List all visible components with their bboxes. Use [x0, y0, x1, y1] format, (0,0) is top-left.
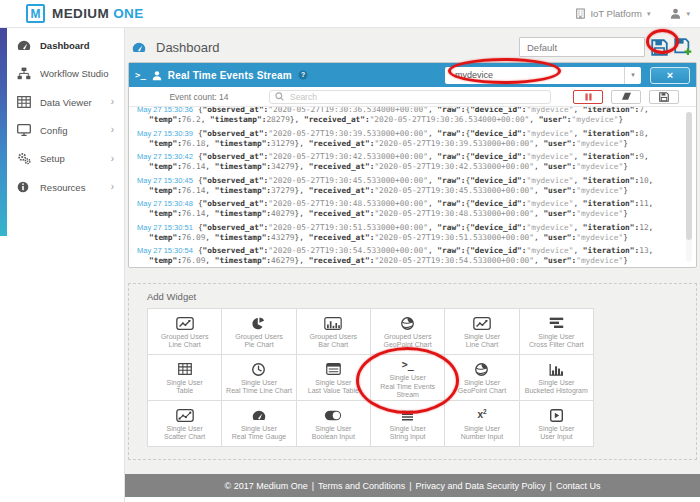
widget-option-group: Single User [538, 425, 574, 434]
sidebar-item-dashboard[interactable]: Dashboard [0, 32, 124, 59]
page-title: Dashboard [132, 40, 220, 55]
event-log-entry: May 27 15:30:42{"observed_at":"2020-05-2… [137, 152, 680, 172]
search-input[interactable] [288, 91, 545, 103]
widget-option-bucketed-histogram[interactable]: Single UserBucketed Histogram [520, 355, 594, 401]
widget-option-group: Grouped Users [235, 333, 282, 342]
widget-option-type: Number Input [461, 433, 503, 442]
device-select[interactable]: mydevice ▾ [445, 67, 641, 84]
event-timestamp: May 27 15:30:45 [137, 176, 193, 185]
sidebar-item-resources[interactable]: Resources› [0, 173, 124, 201]
widget-option-type: User Input [540, 433, 572, 442]
search-icon [275, 92, 284, 101]
search-box [269, 90, 551, 104]
platform-label: IoT Platform [590, 8, 642, 19]
widget-option-type: Line Chart [466, 341, 498, 350]
widget-option-table[interactable]: Single UserTable [148, 355, 222, 401]
user-icon [152, 70, 162, 81]
widget-option-pie-chart[interactable]: Grouped UsersPie Chart [222, 309, 296, 355]
add-dashboard-button[interactable] [674, 38, 692, 56]
widget-option-line-chart[interactable]: Grouped UsersLine Chart [148, 309, 222, 355]
chevron-down-icon: ▾ [686, 10, 690, 18]
widget-option-bar-chart[interactable]: Grouped UsersBar Chart [297, 309, 371, 355]
scrollbar-thumb[interactable] [686, 112, 692, 240]
number-input-icon: x2 [477, 408, 486, 423]
sidebar-item-setup[interactable]: Setup› [0, 144, 124, 173]
real-time-events-stream-widget: >_ Real Time Events Stream ? mydevice ▾ … [128, 62, 697, 268]
chevron-right-icon: › [111, 182, 114, 192]
widget-option-type: Line Chart [169, 341, 201, 350]
clear-stream-button[interactable] [611, 90, 641, 104]
widget-option-type: GeoPoint Chart [384, 341, 432, 350]
chevron-down-icon[interactable]: ▾ [624, 67, 641, 84]
sidebar-item-label: Workflow Studio [40, 68, 108, 79]
footer-link-contact-us[interactable]: Contact Us [556, 481, 601, 491]
event-log-entry: May 27 15:30:54{"observed_at":"2020-05-2… [137, 246, 680, 266]
widget-option-string-input[interactable]: Single UserString Input [371, 401, 445, 447]
cross-filter-icon [549, 316, 564, 331]
terminal-icon: >_ [135, 70, 146, 80]
widget-option-geopoint-chart[interactable]: Grouped UsersGeoPoint Chart [371, 309, 445, 355]
export-save-icon [659, 92, 669, 102]
sidebar-item-label: Data Viewer [40, 97, 92, 108]
widget-option-type: Cross Filter Chart [529, 341, 584, 350]
widget-option-geopoint-chart[interactable]: Single UserGeoPoint Chart [445, 355, 519, 401]
widget-titlebar: >_ Real Time Events Stream ? mydevice ▾ … [129, 63, 696, 87]
terminal-icon: >_ [402, 357, 414, 372]
user-menu[interactable]: ▾ [670, 8, 690, 19]
widget-option-group: Single User [538, 379, 574, 388]
widget-title: Real Time Events Stream [168, 70, 292, 81]
table-icon [17, 96, 31, 108]
main-content: Dashboard >_ Real Time Events Stream [125, 28, 700, 502]
save-plus-icon [674, 38, 692, 56]
event-log-entry: May 27 15:30:36{"observed_at":"2020-05-2… [137, 107, 680, 125]
help-icon[interactable]: ? [298, 70, 308, 80]
event-timestamp: May 27 15:30:36 [137, 107, 193, 114]
info-icon [17, 181, 31, 193]
platform-menu[interactable]: IoT Platform ▾ [576, 8, 650, 19]
monitor-icon [17, 124, 31, 136]
footer-link-terms-and-conditions[interactable]: Terms and Conditions [318, 481, 405, 491]
sidebar-item-workflow-studio[interactable]: Workflow Studio [0, 59, 124, 88]
widget-option-line-chart[interactable]: Single UserLine Chart [445, 309, 519, 355]
close-widget-button[interactable]: × [650, 67, 690, 84]
histogram-icon [549, 362, 564, 377]
gauge-icon [252, 408, 266, 423]
footer-link-privacy-and-data-security-policy[interactable]: Privacy and Data Security Policy [415, 481, 545, 491]
widget-option-cross-filter-chart[interactable]: Single UserCross Filter Chart [520, 309, 594, 355]
eraser-icon [621, 92, 632, 101]
sidebar-item-data-viewer[interactable]: Data Viewer› [0, 88, 124, 116]
scatter-chart-icon [176, 408, 194, 423]
widget-option-user-input[interactable]: Single UserUser Input [520, 401, 594, 447]
export-stream-button[interactable] [649, 90, 679, 104]
widget-option-real-time-line-chart[interactable]: Single UserReal Time Line Chart [222, 355, 296, 401]
widget-option-number-input[interactable]: x2Single UserNumber Input [445, 401, 519, 447]
chevron-right-icon: › [111, 125, 114, 135]
scrollbar[interactable] [686, 112, 692, 262]
line-chart-icon [176, 316, 194, 331]
widget-option-last-value-table[interactable]: Single UserLast Value Table [297, 355, 371, 401]
widget-option-real-time-events-stream[interactable]: >_Single UserReal Time Events Stream [371, 355, 445, 401]
chevron-right-icon: › [111, 154, 114, 164]
widget-option-boolean-input[interactable]: Single UserBoolean Input [297, 401, 371, 447]
pause-stream-button[interactable] [573, 90, 603, 104]
sitemap-icon [17, 67, 31, 80]
widget-option-type: Real Time Line Chart [226, 387, 292, 396]
globe-icon [475, 362, 488, 377]
widget-option-group: Single User [464, 425, 500, 434]
save-dashboard-button[interactable] [651, 39, 668, 56]
user-icon [670, 8, 681, 19]
device-select-value: mydevice [445, 70, 493, 80]
dashboard-name-input[interactable] [519, 37, 645, 57]
medium-one-logo[interactable]: M MEDIUMONE [26, 4, 144, 23]
brand-one: ONE [113, 6, 143, 21]
widget-option-real-time-gauge[interactable]: Single UserReal Time Gauge [222, 401, 296, 447]
sidebar-item-config[interactable]: Config› [0, 116, 124, 144]
widget-option-group: Single User [167, 379, 203, 388]
widget-option-type: Real Time Gauge [232, 433, 286, 442]
add-widget-section: Add Widget Grouped UsersLine ChartGroupe… [128, 283, 697, 460]
widget-option-scatter-chart[interactable]: Single UserScatter Chart [148, 401, 222, 447]
globe-icon [401, 316, 414, 331]
event-log-area: May 27 15:30:36{"observed_at":"2020-05-2… [129, 107, 696, 267]
medium-one-app: M MEDIUMONE IoT Platform ▾ ▾ DashboardWo… [0, 0, 700, 502]
footer: © 2017 Medium One|Terms and Conditions|P… [125, 474, 700, 497]
